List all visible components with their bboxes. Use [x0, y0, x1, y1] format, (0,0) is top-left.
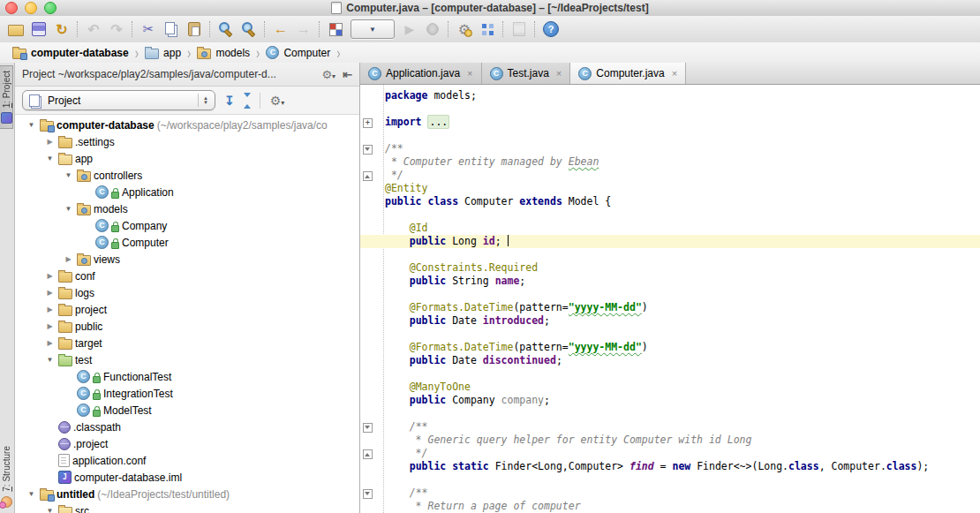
undo-button[interactable]: [82, 19, 105, 40]
tree-item-computer-database[interactable]: ▼computer-database(~/workspace/play2/sam…: [15, 117, 359, 133]
project-view-combo[interactable]: Project ▲▼: [22, 90, 215, 110]
code-line[interactable]: /**: [360, 420, 980, 434]
panel-settings-gear-icon[interactable]: [270, 94, 285, 108]
code-line[interactable]: * Return a page of computer: [360, 500, 980, 513]
code-line[interactable]: [360, 367, 980, 381]
expand-arrow-icon[interactable]: ▶: [44, 289, 56, 297]
expand-arrow-icon[interactable]: ▼: [26, 490, 37, 498]
tree-item-src[interactable]: ▼src: [15, 502, 359, 513]
find-button[interactable]: [215, 19, 237, 40]
code-line[interactable]: */: [360, 169, 980, 182]
fold-marker-icon[interactable]: [363, 171, 373, 181]
tree-item-views[interactable]: ▶views: [15, 251, 359, 268]
expand-arrow-icon[interactable]: ▶: [44, 322, 56, 330]
fold-marker-icon[interactable]: [363, 449, 373, 459]
tree-item-.project[interactable]: .project: [15, 435, 359, 452]
code-line[interactable]: public static Finder<Long,Computer> find…: [360, 460, 980, 473]
code-line[interactable]: /**: [360, 142, 980, 155]
tree-item-.classpath[interactable]: .classpath: [15, 419, 359, 435]
hide-panel-icon[interactable]: [343, 68, 352, 81]
code-line[interactable]: public Long id;: [360, 235, 980, 248]
cut-button[interactable]: [137, 19, 160, 40]
collapse-all-icon[interactable]: [244, 93, 251, 109]
paste-button[interactable]: [183, 19, 206, 40]
tree-item-models[interactable]: ▼models: [15, 200, 359, 217]
breadcrumb-item-app[interactable]: app: [145, 46, 181, 59]
tree-item-target[interactable]: ▶target: [15, 335, 359, 351]
tree-item-Company[interactable]: Company: [15, 217, 359, 234]
code-line[interactable]: * Computer entity managed by Ebean: [360, 155, 980, 169]
run-button[interactable]: [398, 19, 421, 40]
run-configurations-combo-button[interactable]: [351, 19, 395, 39]
expand-arrow-icon[interactable]: ▼: [63, 171, 74, 179]
expand-arrow-icon[interactable]: ▶: [63, 255, 74, 263]
zoom-window-icon[interactable]: [44, 2, 57, 14]
close-window-icon[interactable]: [5, 2, 18, 14]
run-selector-grid-button[interactable]: [324, 19, 347, 40]
expand-arrow-icon[interactable]: ▼: [26, 121, 37, 129]
scroll-from-source-icon[interactable]: [224, 94, 235, 108]
copy-button[interactable]: [160, 19, 183, 40]
tree-item-ModelTest[interactable]: ModelTest: [15, 402, 359, 419]
code-line[interactable]: [360, 473, 980, 487]
tree-item-public[interactable]: ▶public: [15, 318, 359, 335]
expand-arrow-icon[interactable]: ▶: [44, 306, 56, 313]
code-line[interactable]: [360, 102, 980, 116]
debug-button[interactable]: [421, 19, 444, 40]
synchronize-button[interactable]: [50, 19, 73, 40]
expand-arrow-icon[interactable]: ▶: [44, 272, 56, 280]
breadcrumb-item-Computer[interactable]: Computer: [266, 46, 330, 59]
code-line[interactable]: public String name;: [360, 275, 980, 288]
editor-tab-Application.java[interactable]: Application.java×: [360, 63, 482, 84]
code-line[interactable]: [360, 407, 980, 420]
code-line[interactable]: public Company company;: [360, 394, 980, 407]
code-line[interactable]: public Date introduced;: [360, 314, 980, 328]
code-line[interactable]: +import ...: [360, 116, 980, 129]
tree-item-.settings[interactable]: ▶.settings: [15, 133, 359, 150]
panel-header-gear-icon[interactable]: [321, 68, 335, 81]
combo-stepper-icon[interactable]: ▲▼: [198, 94, 213, 107]
code-line[interactable]: @Constraints.Required: [360, 261, 980, 275]
code-line[interactable]: */: [360, 447, 980, 460]
expand-arrow-icon[interactable]: ▼: [44, 155, 56, 162]
find-in-path-button[interactable]: [237, 19, 260, 40]
code-line[interactable]: @Formats.DateTime(pattern="yyyy-MM-dd"): [360, 341, 980, 354]
tree-item-computer-database.iml[interactable]: computer-database.iml: [15, 469, 359, 486]
tree-item-app[interactable]: ▼app: [15, 150, 359, 167]
toolwindow-tab-structure[interactable]: 7: Structure: [0, 441, 13, 512]
tree-item-Application[interactable]: Application: [15, 184, 359, 200]
close-tab-icon[interactable]: ×: [556, 68, 562, 79]
expand-arrow-icon[interactable]: ▼: [44, 507, 56, 513]
breadcrumb-item-models[interactable]: models: [197, 46, 250, 59]
code-line[interactable]: @Formats.DateTime(pattern="yyyy-MM-dd"): [360, 301, 980, 314]
expand-arrow-icon[interactable]: ▶: [44, 138, 56, 146]
settings-button[interactable]: [453, 19, 476, 40]
forward-button[interactable]: [292, 19, 315, 40]
redo-button[interactable]: [105, 19, 128, 40]
tree-item-controllers[interactable]: ▼controllers: [15, 167, 359, 184]
project-structure-button[interactable]: [476, 19, 499, 40]
export-button[interactable]: [508, 19, 531, 40]
tree-item-Computer[interactable]: Computer: [15, 234, 359, 251]
code-editor[interactable]: package models;+import .../** * Computer…: [360, 85, 980, 513]
code-line[interactable]: * Generic query helper for entity Comput…: [360, 434, 980, 447]
code-line[interactable]: @Id: [360, 222, 980, 235]
help-button[interactable]: [539, 19, 562, 40]
tree-item-project[interactable]: ▶project: [15, 301, 359, 318]
back-button[interactable]: [269, 19, 292, 40]
code-line[interactable]: [360, 208, 980, 222]
tree-item-test[interactable]: ▼test: [15, 351, 359, 368]
editor-tab-Computer.java[interactable]: Computer.java×: [570, 63, 686, 84]
tree-item-logs[interactable]: ▶logs: [15, 284, 359, 301]
close-tab-icon[interactable]: ×: [467, 68, 472, 79]
expand-arrow-icon[interactable]: ▼: [63, 205, 74, 213]
expand-arrow-icon[interactable]: ▼: [44, 356, 56, 364]
code-line[interactable]: package models;: [360, 89, 980, 102]
fold-marker-icon[interactable]: +: [363, 118, 373, 128]
tree-item-conf[interactable]: ▶conf: [15, 268, 359, 284]
code-line[interactable]: public Date discontinued;: [360, 354, 980, 367]
breadcrumb-item-computer-database[interactable]: computer-database: [12, 46, 129, 59]
code-line[interactable]: [360, 129, 980, 142]
code-line[interactable]: public class Computer extends Model {: [360, 195, 980, 208]
code-line[interactable]: [360, 328, 980, 341]
